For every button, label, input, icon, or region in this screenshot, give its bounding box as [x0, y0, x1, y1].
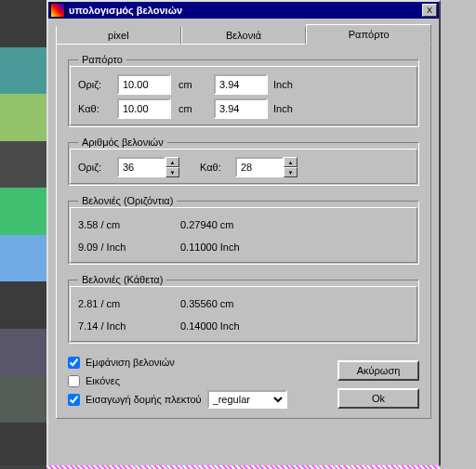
- vert-per-cm: 2.81 / cm: [78, 298, 180, 309]
- unit-cm: cm: [171, 79, 214, 90]
- count-vert-up-button[interactable]: ▲: [284, 157, 298, 167]
- group-horiz-legend: Βελονιές (Οριζόντια): [78, 195, 177, 206]
- structure-combo[interactable]: _regular: [207, 390, 287, 409]
- checkbox-show-stitches-label: Εμφάνιση βελονιών: [86, 357, 175, 368]
- tab-strip: pixel Βελονιά Ραπόρτο: [56, 24, 431, 45]
- checkbox-import-structure-label: Εισαγωγή δομής πλεκτού: [86, 394, 202, 405]
- vert-per-inch: 7.14 / Inch: [78, 320, 180, 332]
- checkbox-images-label: Εικόνες: [86, 375, 120, 386]
- group-repeat-legend: Ραπόρτο: [78, 54, 126, 65]
- horiz-cm: 0.27940 cm: [180, 219, 292, 230]
- count-vert-down-button[interactable]: ▼: [284, 167, 298, 177]
- count-horiz-input[interactable]: [117, 157, 165, 177]
- label-horiz: Οριζ:: [78, 79, 117, 90]
- group-count-legend: Αριθμός βελονιών: [78, 137, 167, 148]
- label-horiz: Οριζ:: [78, 162, 117, 173]
- group-count: Αριθμός βελονιών Οριζ: ▲ ▼ Καθ:: [68, 137, 419, 186]
- tab-panel-repeat: Ραπόρτο Οριζ: cm Inch Καθ: cm Inch: [56, 44, 431, 419]
- unit-inch: Inch: [268, 103, 293, 114]
- checkbox-import-structure-input[interactable]: [68, 394, 80, 406]
- dialog-window: υπολογισμός βελονιών X pixel Βελονιά Ραπ…: [46, 0, 441, 469]
- cancel-button[interactable]: Ακύρωση: [337, 360, 419, 381]
- unit-cm: cm: [171, 103, 214, 114]
- unit-inch: Inch: [268, 79, 293, 90]
- horiz-inch: 0.11000 Inch: [180, 241, 292, 253]
- vert-inch: 0.14000 Inch: [180, 320, 292, 332]
- tab-stitch[interactable]: Βελονιά: [181, 26, 307, 45]
- label-vert: Καθ:: [200, 162, 235, 173]
- horiz-per-inch: 9.09 / Inch: [78, 241, 180, 253]
- close-button[interactable]: X: [422, 4, 437, 17]
- checkbox-images-input[interactable]: [68, 375, 80, 387]
- group-repeat: Ραπόρτο Οριζ: cm Inch Καθ: cm Inch: [68, 54, 419, 127]
- checkbox-images[interactable]: Εικόνες: [68, 371, 337, 390]
- count-horiz-up-button[interactable]: ▲: [165, 157, 179, 167]
- tab-repeat[interactable]: Ραπόρτο: [306, 24, 431, 45]
- footer-stripe-left: [0, 465, 46, 469]
- window-title: υπολογισμός βελονιών: [69, 5, 422, 16]
- background-stripes: [0, 0, 46, 469]
- checkbox-import-structure[interactable]: Εισαγωγή δομής πλεκτού _regular: [68, 390, 337, 409]
- system-menu-icon[interactable]: [50, 3, 65, 18]
- checkbox-show-stitches[interactable]: Εμφάνιση βελονιών: [68, 353, 337, 371]
- titlebar: υπολογισμός βελονιών X: [48, 2, 439, 19]
- horiz-per-cm: 3.58 / cm: [78, 219, 180, 230]
- label-vert: Καθ:: [78, 103, 117, 114]
- group-horiz-stitches: Βελονιές (Οριζόντια) 3.58 / cm 0.27940 c…: [68, 195, 419, 265]
- count-vert-input[interactable]: [235, 157, 284, 177]
- repeat-horiz-cm-input[interactable]: [117, 74, 171, 95]
- repeat-vert-inch-input[interactable]: [214, 98, 268, 119]
- repeat-vert-cm-input[interactable]: [117, 98, 171, 119]
- tab-pixel[interactable]: pixel: [56, 26, 181, 45]
- count-horiz-down-button[interactable]: ▼: [165, 167, 179, 177]
- footer-stripe: [46, 465, 441, 469]
- checkbox-show-stitches-input[interactable]: [68, 357, 80, 369]
- repeat-horiz-inch-input[interactable]: [214, 74, 268, 95]
- group-vert-legend: Βελονιές (Κάθετα): [78, 274, 166, 285]
- ok-button[interactable]: Ok: [337, 388, 419, 409]
- vert-cm: 0.35560 cm: [180, 298, 292, 309]
- group-vert-stitches: Βελονιές (Κάθετα) 2.81 / cm 0.35560 cm 7…: [68, 274, 419, 344]
